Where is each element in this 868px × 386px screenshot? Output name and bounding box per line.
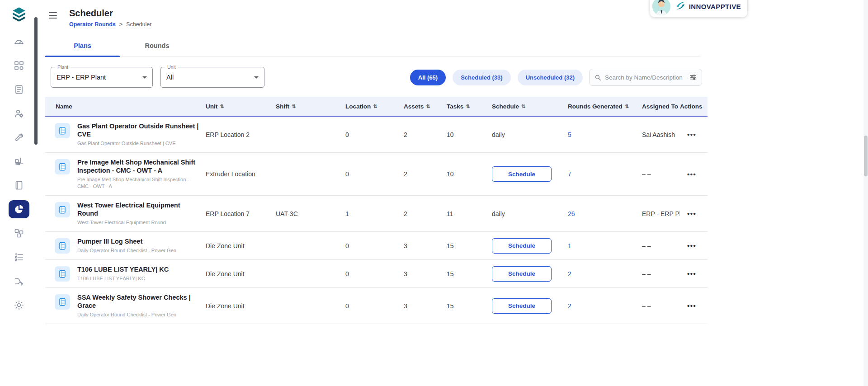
round-description: Gas Plant Operator Outside Runsheet | CV… xyxy=(77,140,200,147)
round-name[interactable]: Pre Image Melt Shop Mechanical Shift Ins… xyxy=(77,158,200,174)
breadcrumb-operator-rounds-link[interactable]: Operator Rounds xyxy=(69,21,116,28)
round-file-icon xyxy=(55,294,70,310)
settings-gear-icon[interactable] xyxy=(9,296,29,314)
assets-cell: 3 xyxy=(404,242,447,249)
assigned-to-cell: ERP - ERP Pla xyxy=(642,210,680,217)
schedule-button[interactable]: Schedule xyxy=(492,166,552,182)
row-actions-menu[interactable]: ••• xyxy=(687,210,696,217)
rounds-generated-link[interactable]: 2 xyxy=(568,270,571,278)
sort-icon[interactable]: ⇅ xyxy=(625,104,629,109)
filter-chip-scheduled-33[interactable]: Scheduled (33) xyxy=(453,70,510,85)
sort-icon[interactable]: ⇅ xyxy=(426,104,430,109)
schedule-cell: Schedule xyxy=(492,238,568,254)
assigned-to-cell: – – xyxy=(642,302,680,310)
column-header-assets[interactable]: Assets⇅ xyxy=(404,103,447,110)
round-name[interactable]: Pumper III Log Sheet xyxy=(77,237,176,245)
numbered-list-icon[interactable] xyxy=(9,248,29,266)
integration-icon[interactable] xyxy=(9,224,29,242)
user-avatar[interactable] xyxy=(652,0,670,15)
plant-select[interactable]: Plant ERP - ERP Plant xyxy=(51,67,153,88)
user-settings-icon[interactable] xyxy=(9,104,29,122)
schedule-button[interactable]: Schedule xyxy=(492,266,552,282)
rounds-generated-link[interactable]: 5 xyxy=(568,131,571,138)
unit-cell: Die Zone Unit xyxy=(206,270,276,278)
column-header-schedule[interactable]: Schedule⇅ xyxy=(492,103,568,110)
unit-select[interactable]: Unit All xyxy=(160,67,264,88)
sort-icon[interactable]: ⇅ xyxy=(292,104,296,109)
location-cell: 0 xyxy=(345,302,404,310)
notebook-icon[interactable] xyxy=(9,176,29,194)
breadcrumb-current: Scheduler xyxy=(126,21,151,28)
brand: INNOVAPPTIVE xyxy=(675,0,741,13)
tab-plans[interactable]: Plans xyxy=(45,35,120,56)
unit-cell: Extruder Location xyxy=(206,170,276,178)
rounds-generated-link[interactable]: 1 xyxy=(568,242,571,249)
page-header: Scheduler Operator Rounds > Scheduler xyxy=(45,0,868,28)
tune-filter-icon[interactable] xyxy=(689,73,697,81)
gauge-icon[interactable] xyxy=(9,33,29,51)
round-name[interactable]: Gas Plant Operator Outside Runsheet | CV… xyxy=(77,122,200,138)
round-name[interactable]: SSA Weekly Safety Shower Checks | Grace xyxy=(77,293,200,310)
sort-icon[interactable]: ⇅ xyxy=(466,104,470,109)
tools-icon[interactable] xyxy=(9,128,29,146)
filter-chips: All (65)Scheduled (33)Unscheduled (32) xyxy=(410,70,583,85)
table-header-row: NameUnit⇅Shift⇅Location⇅Assets⇅Tasks⇅Sch… xyxy=(45,97,708,117)
search-box xyxy=(589,69,702,86)
sidebar-scrollbar-thumb[interactable] xyxy=(34,17,38,145)
search-input[interactable] xyxy=(605,74,686,81)
location-cell: 0 xyxy=(345,170,404,178)
schedule-frequency: daily xyxy=(492,131,505,138)
app-window: Scheduler Operator Rounds > Scheduler xyxy=(0,0,868,386)
filter-chip-all-65[interactable]: All (65) xyxy=(410,70,446,85)
column-header-shift[interactable]: Shift⇅ xyxy=(276,103,345,110)
workflow-icon[interactable] xyxy=(9,272,29,290)
row-actions-menu[interactable]: ••• xyxy=(687,242,696,249)
column-header-tasks[interactable]: Tasks⇅ xyxy=(447,103,492,110)
sort-icon[interactable]: ⇅ xyxy=(373,104,377,109)
tasks-cell: 10 xyxy=(447,170,492,178)
widgets-icon[interactable] xyxy=(9,56,29,75)
rounds-generated-link[interactable]: 2 xyxy=(568,302,571,310)
row-actions-menu[interactable]: ••• xyxy=(687,131,696,138)
page-scrollbar-thumb[interactable] xyxy=(864,136,868,176)
unit-cell: ERP Location 2 xyxy=(206,131,276,138)
table-body: Gas Plant Operator Outside Runsheet | CV… xyxy=(45,117,708,324)
assigned-to-cell: – – xyxy=(642,170,680,178)
shift-cell: UAT-3C xyxy=(276,210,345,217)
round-description: Pre Image Melt Shop Mechanical Shift Ins… xyxy=(77,176,200,190)
column-header-rounds-generated[interactable]: Rounds Generated⇅ xyxy=(568,103,642,110)
unit-select-label: Unit xyxy=(165,64,178,70)
rounds-generated-link[interactable]: 7 xyxy=(568,170,571,178)
page-scrollbar-track[interactable] xyxy=(863,0,868,386)
scheduler-pie-icon[interactable] xyxy=(9,200,29,218)
schedule-button[interactable]: Schedule xyxy=(492,238,552,254)
tab-rounds[interactable]: Rounds xyxy=(120,35,194,56)
forklift-icon[interactable] xyxy=(9,152,29,170)
filter-chip-unscheduled-32[interactable]: Unscheduled (32) xyxy=(518,70,583,85)
search-icon xyxy=(594,74,602,81)
row-actions-menu[interactable]: ••• xyxy=(687,270,696,278)
form-icon[interactable] xyxy=(9,80,29,99)
rounds-generated-link[interactable]: 26 xyxy=(568,210,575,217)
menu-toggle-button[interactable] xyxy=(47,10,58,22)
round-file-icon xyxy=(55,238,70,254)
unit-cell: ERP Location 7 xyxy=(206,210,276,217)
round-name[interactable]: West Tower Electrical Equipment Round xyxy=(77,201,200,217)
location-cell: 1 xyxy=(345,210,404,217)
brand-logo-icon xyxy=(675,0,686,13)
sort-icon[interactable]: ⇅ xyxy=(220,104,224,109)
column-header-unit[interactable]: Unit⇅ xyxy=(206,103,276,110)
sort-icon[interactable]: ⇅ xyxy=(521,104,525,109)
column-header-location[interactable]: Location⇅ xyxy=(345,103,404,110)
assets-cell: 2 xyxy=(404,210,447,217)
round-name[interactable]: T106 LUBE LIST YEARLY| KC xyxy=(77,265,169,273)
schedule-button[interactable]: Schedule xyxy=(492,298,552,314)
unit-cell: Die Zone Unit xyxy=(206,242,276,249)
row-actions-menu[interactable]: ••• xyxy=(687,302,696,310)
round-description: T106 LUBE LIST YEARLY| KC xyxy=(77,275,169,282)
row-actions-menu[interactable]: ••• xyxy=(687,170,696,178)
breadcrumb-separator: > xyxy=(119,21,123,28)
table-row: Gas Plant Operator Outside Runsheet | CV… xyxy=(45,117,708,153)
round-description: West Tower Electrical Equipment Round xyxy=(77,219,200,226)
tasks-cell: 15 xyxy=(447,242,492,249)
